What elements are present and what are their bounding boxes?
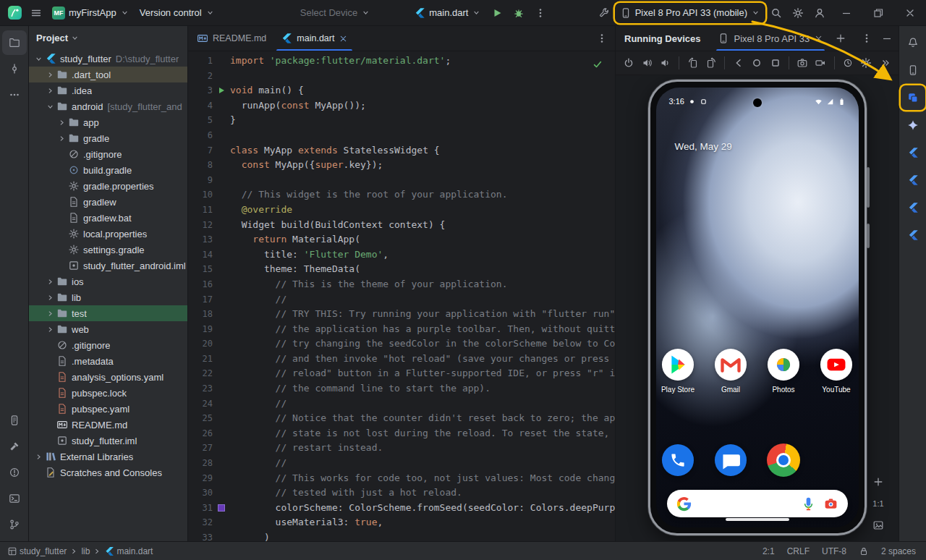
close-device-tab-icon[interactable] [814,34,823,43]
device-screen[interactable]: 3:16 Wed, May 29 Pla [656,88,859,527]
chevron-right-icon[interactable] [45,70,56,80]
code-line-8[interactable]: 8 const MyApp({super.key}); [188,158,615,173]
code-line-30[interactable]: 30 // tested with just a hot reload. [188,485,615,501]
tree-item-web[interactable]: web [29,321,187,337]
close-window-button[interactable] [894,0,926,25]
code-line-33[interactable]: 33 ) [188,530,615,541]
tree-item--gitignore[interactable]: .gitignore [29,337,187,353]
code-line-23[interactable]: 23 // the command line to start the app)… [188,381,615,396]
problems-tool-button[interactable] [2,460,27,485]
tree-item-ios[interactable]: ios [29,273,187,289]
code-line-22[interactable]: 22 // reload" button in a Flutter-suppor… [188,366,615,381]
code-line-2[interactable]: 2 [188,69,615,84]
chevron-right-icon[interactable] [45,277,56,287]
readonly-lock-icon[interactable] [859,546,869,556]
flutter-inspector-tool-button[interactable] [901,140,925,165]
code-line-20[interactable]: 20 // try changing the seedColor in the … [188,336,615,352]
tree-item-app[interactable]: app [29,114,187,130]
code-line-24[interactable]: 24 // [188,396,615,412]
tree-item-build-gradle[interactable]: build.gradle [29,162,187,178]
mic-icon[interactable] [801,496,816,512]
tree-item-study-flutter-iml[interactable]: study_flutter.iml [29,433,187,449]
select-device-dropdown[interactable]: Select Device [295,3,375,23]
code-line-31[interactable]: 31 colorScheme: ColorScheme.fromSeed(see… [188,501,615,516]
code-line-19[interactable]: 19 // the application has a purple toolb… [188,322,615,337]
breadcrumb-project[interactable]: study_flutter [20,546,67,556]
debug-button[interactable] [508,3,530,23]
code-line-16[interactable]: 16 // This is the theme of your applicat… [188,277,615,292]
emulator-volume-up-button[interactable] [638,54,655,72]
inspections-passed-icon[interactable] [592,59,603,70]
close-tab-icon[interactable] [339,34,348,43]
emulator-settings-button[interactable] [857,54,875,72]
code-line-10[interactable]: 10 // This widget is the root of your ap… [188,187,615,203]
panel-options-icon[interactable] [861,33,872,44]
more-run-options-button[interactable] [530,3,551,23]
chevron-right-icon[interactable] [45,309,56,318]
code-editor[interactable]: 1import 'package:flutter/material.dart';… [188,51,615,541]
phone-app[interactable] [658,444,698,477]
code-line-5[interactable]: 5} [188,113,615,128]
tab-main-dart[interactable]: main.dart [273,26,355,51]
breadcrumb-file[interactable]: main.dart [116,546,153,556]
run-button[interactable] [486,3,508,23]
project-tool-button[interactable] [2,30,27,55]
gmail-app-icon[interactable] [714,348,747,381]
version-control-button[interactable]: Version control [135,3,220,23]
main-menu-button[interactable] [25,3,47,23]
code-line-7[interactable]: 7class MyApp extends StatelessWidget { [188,143,615,158]
tree-item-gradlew-bat[interactable]: gradlew.bat [29,210,187,226]
tree-item--metadata[interactable]: .metadata [29,353,187,369]
cursor-position[interactable]: 2:1 [763,546,775,556]
indent-setting[interactable]: 2 spaces [881,546,916,556]
emulator-screenshot-button[interactable] [794,54,811,72]
line-separator[interactable]: CRLF [787,546,810,556]
code-line-9[interactable]: 9 [188,173,615,188]
flutter-deep-links-tool-button[interactable] [901,223,925,247]
code-line-6[interactable]: 6 [188,128,615,143]
code-line-32[interactable]: 32 useMaterial3: true, [188,515,615,530]
code-line-12[interactable]: 12 Widget build(BuildContext context) { [188,218,615,233]
tree-item-settings-gradle[interactable]: settings.gradle [29,242,187,258]
tree-item-study-flutter-android-iml[interactable]: study_flutter_android.iml [29,258,187,273]
tree-item--dart-tool[interactable]: .dart_tool [29,67,187,82]
phone-app-icon[interactable] [661,444,694,477]
account-button[interactable] [809,3,831,23]
emulator-rotate-left-button[interactable] [684,54,701,72]
code-line-26[interactable]: 26 // state is not lost during the reloa… [188,426,615,441]
commit-tool-button[interactable] [2,56,27,81]
messages-app[interactable] [710,444,751,477]
notifications-tool-button[interactable] [901,30,925,55]
tree-item-analysis-options-yaml[interactable]: analysis_options.yaml [29,369,187,385]
code-line-17[interactable]: 17 // [188,292,615,307]
tree-item-gradle[interactable]: gradle [29,130,187,146]
color-preview-swatch[interactable] [213,501,230,516]
gemini-tool-button[interactable] [901,113,925,137]
photos-app-icon[interactable] [767,348,800,381]
device-selector-dropdown[interactable]: Pixel 8 Pro API 33 (mobile) [615,3,765,23]
code-line-27[interactable]: 27 // restart instead. [188,441,615,456]
device-tab[interactable]: Pixel 8 Pro API 33 [715,26,826,51]
restore-window-button[interactable] [862,0,894,25]
chevron-down-icon[interactable] [45,102,56,111]
terminal-tool-button[interactable] [2,486,27,511]
code-line-15[interactable]: 15 theme: ThemeData( [188,262,615,277]
tree-item-readme-md[interactable]: README.md [29,417,187,433]
version-control-tool-button[interactable] [2,512,27,537]
chevron-right-icon[interactable] [45,86,56,96]
code-line-4[interactable]: 4 runApp(const MyApp()); [188,98,615,114]
playstore-app-icon[interactable] [661,348,694,381]
app-gmail[interactable]: Gmail [710,348,751,394]
tree-item-gradle-properties[interactable]: gradle.properties [29,178,187,194]
build-tool-button[interactable] [2,434,27,459]
tree-item-pubspec-lock[interactable]: pubspec.lock [29,385,187,401]
tree-item-local-properties[interactable]: local.properties [29,226,187,242]
tree-item--gitignore[interactable]: .gitignore [29,146,187,162]
at-a-glance-widget[interactable]: Wed, May 29 [675,141,732,152]
tree-item-lib[interactable]: lib [29,289,187,305]
chrome-app-icon[interactable] [767,444,800,477]
flutter-outline-tool-button[interactable] [901,195,925,220]
tree-item-gradlew[interactable]: gradlew [29,194,187,210]
emulator-power-button[interactable] [620,54,637,72]
chevron-right-icon[interactable] [45,325,56,334]
